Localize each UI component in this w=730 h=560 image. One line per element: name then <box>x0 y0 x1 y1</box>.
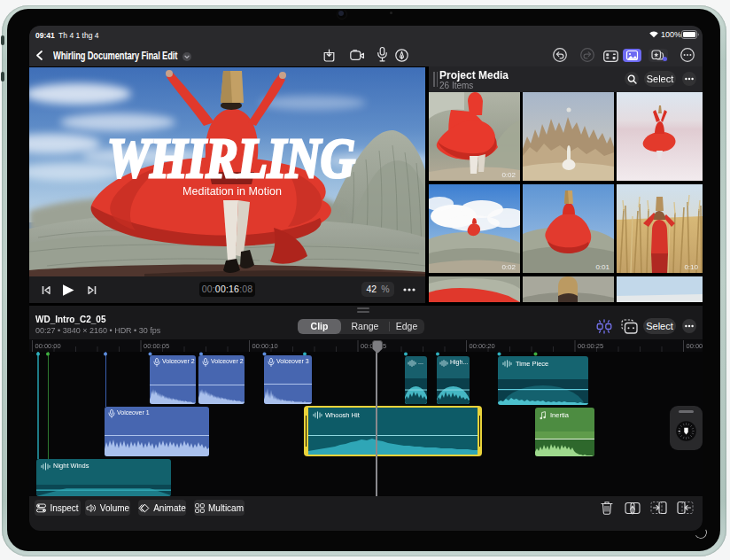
svg-text:00:00:20: 00:00:20 <box>470 342 495 350</box>
svg-text:WHIRLING: WHIRLING <box>107 127 355 190</box>
svg-text:00:00:30: 00:00:30 <box>687 342 703 350</box>
svg-text:00:00:25: 00:00:25 <box>578 342 603 350</box>
svg-text:00:00:10: 00:00:10 <box>252 342 278 350</box>
svg-text:Meditation in Motion: Meditation in Motion <box>182 185 282 198</box>
svg-text:00:00:05: 00:00:05 <box>144 342 169 350</box>
svg-text:0:10: 0:10 <box>684 263 698 271</box>
svg-text:0:02: 0:02 <box>501 263 516 271</box>
svg-text:00:00:00: 00:00:00 <box>35 342 61 350</box>
svg-text:0:01: 0:01 <box>595 263 610 271</box>
svg-text:0:02: 0:02 <box>501 171 516 179</box>
